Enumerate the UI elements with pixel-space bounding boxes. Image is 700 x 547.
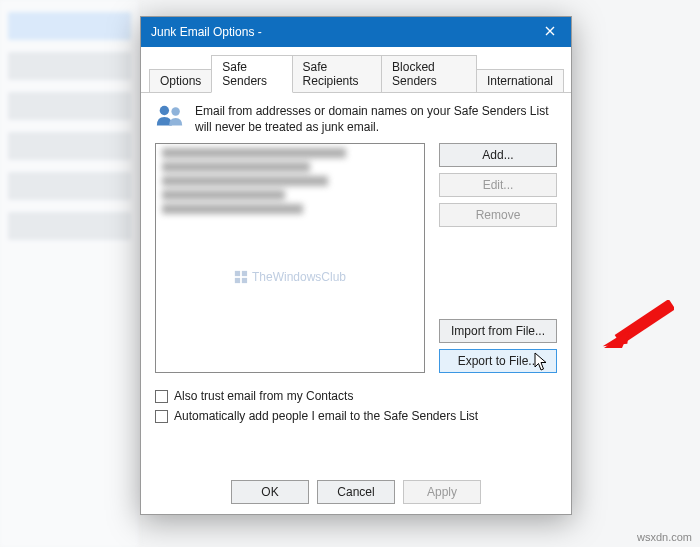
remove-button[interactable]: Remove — [439, 203, 557, 227]
info-row: Email from addresses or domain names on … — [155, 103, 557, 135]
svg-rect-5 — [242, 277, 247, 282]
tab-safe-senders[interactable]: Safe Senders — [211, 55, 292, 93]
tab-international[interactable]: International — [476, 69, 564, 92]
watermark: TheWindowsClub — [234, 270, 346, 284]
list-items-redacted — [162, 148, 418, 218]
svg-point-0 — [160, 106, 169, 115]
dialog-button-row: OK Cancel Apply — [141, 480, 571, 504]
titlebar: Junk Email Options - — [141, 17, 571, 47]
auto-add-label: Automatically add people I email to the … — [174, 409, 478, 423]
people-icon — [155, 103, 185, 129]
close-icon — [545, 25, 555, 39]
trust-contacts-label: Also trust email from my Contacts — [174, 389, 353, 403]
tab-content: Email from addresses or domain names on … — [141, 93, 571, 439]
tab-strip: Options Safe Senders Safe Recipients Blo… — [141, 47, 571, 93]
svg-point-1 — [171, 107, 179, 115]
apply-button[interactable]: Apply — [403, 480, 481, 504]
trust-contacts-row[interactable]: Also trust email from my Contacts — [155, 389, 557, 403]
info-text: Email from addresses or domain names on … — [195, 103, 557, 135]
svg-rect-2 — [235, 270, 240, 275]
cancel-button[interactable]: Cancel — [317, 480, 395, 504]
checkbox-group: Also trust email from my Contacts Automa… — [155, 389, 557, 423]
checkbox-icon — [155, 410, 168, 423]
export-to-file-button[interactable]: Export to File... — [439, 349, 557, 373]
import-from-file-button[interactable]: Import from File... — [439, 319, 557, 343]
senders-listbox[interactable]: TheWindowsClub — [155, 143, 425, 373]
button-column: Add... Edit... Remove Import from File..… — [439, 143, 557, 373]
window-title: Junk Email Options - — [151, 25, 529, 39]
svg-rect-3 — [242, 270, 247, 275]
tab-blocked-senders[interactable]: Blocked Senders — [381, 55, 477, 92]
checkbox-icon — [155, 390, 168, 403]
junk-email-options-dialog: Junk Email Options - Options Safe Sender… — [140, 16, 572, 515]
svg-rect-4 — [235, 277, 240, 282]
attribution-text: wsxdn.com — [637, 531, 692, 543]
edit-button[interactable]: Edit... — [439, 173, 557, 197]
tab-options[interactable]: Options — [149, 69, 212, 92]
ok-button[interactable]: OK — [231, 480, 309, 504]
auto-add-row[interactable]: Automatically add people I email to the … — [155, 409, 557, 423]
add-button[interactable]: Add... — [439, 143, 557, 167]
close-button[interactable] — [529, 17, 571, 47]
tab-safe-recipients[interactable]: Safe Recipients — [292, 55, 382, 92]
background-sidebar — [0, 0, 140, 547]
callout-arrow-icon — [600, 300, 674, 350]
